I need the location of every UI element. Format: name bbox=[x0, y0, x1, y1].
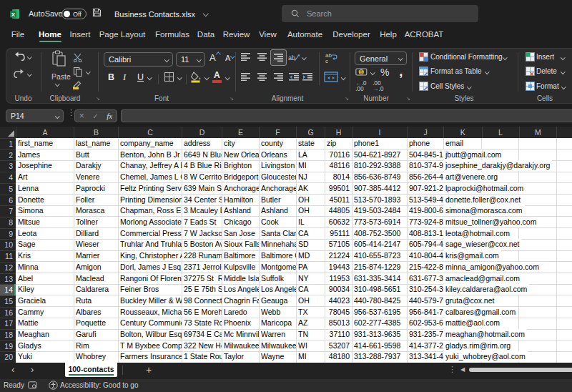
cell[interactable]: 440-579-7763 bbox=[407, 295, 443, 307]
cell[interactable]: Minnehaha bbox=[259, 239, 296, 250]
accounting-chevron-icon[interactable] bbox=[370, 70, 375, 74]
cell-header-last_name[interactable]: last_name bbox=[74, 138, 118, 150]
font-color-chevron-icon[interactable] bbox=[225, 75, 230, 79]
font-launcher-icon[interactable]: ↘ bbox=[230, 96, 235, 102]
cell[interactable]: James bbox=[16, 150, 74, 161]
cell[interactable]: Rangoni Of Florence bbox=[118, 273, 182, 285]
cell[interactable]: gruta@cox.net bbox=[443, 295, 482, 307]
cell[interactable]: Morasca bbox=[74, 205, 118, 217]
cell[interactable]: Chanay, Jeffrey A Esq bbox=[118, 160, 182, 172]
cell[interactable]: Art bbox=[16, 172, 74, 183]
comma-style-button[interactable]: , bbox=[399, 63, 403, 79]
cell[interactable]: Bridgeport bbox=[222, 172, 259, 183]
cell[interactable]: 956-537-6195 bbox=[352, 307, 407, 318]
column-header-D[interactable]: D bbox=[182, 127, 222, 138]
cell[interactable]: 6649 N Blue Gum St bbox=[182, 150, 222, 161]
cell[interactable]: Buckley Miller & Wright bbox=[118, 295, 182, 307]
cell[interactable]: Ashland bbox=[259, 205, 296, 217]
cell[interactable]: Venere bbox=[74, 172, 118, 183]
cell[interactable]: Wieser bbox=[74, 239, 118, 250]
cell[interactable]: Milwaukee bbox=[259, 340, 296, 352]
add-sheet-button[interactable]: + bbox=[146, 364, 152, 376]
cell[interactable]: Century Communications bbox=[118, 318, 182, 329]
row-header-14[interactable]: 14 bbox=[0, 284, 16, 295]
cell[interactable]: Webb bbox=[259, 307, 296, 318]
redo-icon[interactable] bbox=[14, 69, 25, 78]
cell[interactable]: 602-953-6360 bbox=[407, 318, 443, 329]
cell[interactable]: Dorl, James J Esq bbox=[118, 262, 182, 273]
alignment-launcher-icon[interactable]: ↘ bbox=[345, 96, 350, 102]
cell[interactable]: 856-636-8749 bbox=[352, 172, 407, 183]
cell[interactable]: Wayne bbox=[259, 351, 296, 363]
select-all-corner[interactable] bbox=[0, 127, 16, 138]
cell-header-state[interactable]: state bbox=[296, 138, 325, 150]
cell[interactable]: 313-341-4470 bbox=[407, 351, 443, 363]
cell[interactable]: 57105 bbox=[325, 239, 352, 250]
cell[interactable]: leota@hotmail.com bbox=[443, 228, 482, 240]
cell[interactable]: 322 New Horizon Blvd bbox=[182, 340, 222, 352]
ribbon-tab-home[interactable]: Home bbox=[39, 30, 61, 39]
paste-chevron-icon[interactable] bbox=[55, 82, 59, 86]
cell[interactable]: Ruta bbox=[74, 295, 118, 307]
row-header-6[interactable]: 6 bbox=[0, 195, 16, 206]
align-top-icon[interactable] bbox=[241, 53, 250, 61]
increase-decimal-button[interactable]: ←.0.00 bbox=[355, 80, 367, 92]
wrap-text-icon[interactable]: ab c bbox=[325, 52, 337, 63]
cell[interactable]: Geauga bbox=[259, 295, 296, 307]
cell[interactable]: 310-254-3084 bbox=[407, 284, 443, 295]
cell[interactable]: 410-655-8723 bbox=[352, 250, 407, 262]
align-bottom-selected-box[interactable] bbox=[270, 49, 287, 66]
cell[interactable]: Josephine bbox=[16, 160, 74, 172]
enter-icon[interactable]: ✓ bbox=[92, 112, 98, 120]
cell[interactable]: 78045 bbox=[325, 307, 352, 318]
cell[interactable]: 3 Mcauley Dr bbox=[182, 205, 222, 217]
cell[interactable]: Paprocki bbox=[74, 183, 118, 195]
cell[interactable]: 56 E Morehead St bbox=[182, 307, 222, 318]
copy-chevron-icon[interactable] bbox=[86, 69, 90, 74]
column-header-E[interactable]: E bbox=[222, 127, 259, 138]
cell[interactable]: 408-752-3500 bbox=[352, 228, 407, 240]
cell[interactable]: Benton, John B Jr bbox=[118, 150, 182, 161]
cell[interactable]: Chicago bbox=[222, 217, 259, 228]
cell[interactable]: Tollner bbox=[74, 217, 118, 228]
column-header-B[interactable]: B bbox=[74, 127, 118, 138]
cell[interactable]: 44023 bbox=[325, 295, 352, 307]
cell[interactable]: 810-374-9840 bbox=[407, 160, 443, 172]
increase-font-size-button[interactable]: A bbox=[209, 52, 220, 63]
cell[interactable]: josephine_darakjy@darakjy.org bbox=[443, 160, 482, 172]
cell[interactable]: jbutt@gmail.com bbox=[443, 150, 482, 161]
cell-styles-button[interactable]: Cell Styles bbox=[430, 82, 464, 90]
row-header-12[interactable]: 12 bbox=[0, 262, 16, 273]
cell[interactable]: 98 Connecticut Ave Nw bbox=[182, 295, 222, 307]
cut-icon[interactable] bbox=[73, 53, 82, 62]
document-title[interactable]: Business Contacts.xlsx bbox=[114, 10, 195, 19]
column-header-M[interactable]: M bbox=[519, 127, 557, 138]
cell[interactable]: Kulpsville bbox=[222, 262, 259, 273]
cell[interactable]: Mattie bbox=[16, 318, 74, 329]
cell[interactable]: kris@gmail.com bbox=[443, 250, 482, 262]
cell[interactable]: Cammy bbox=[16, 307, 74, 318]
undo-chevron-icon[interactable] bbox=[27, 54, 31, 59]
row-header-4[interactable]: 4 bbox=[0, 172, 16, 183]
format-as-table-button[interactable]: Format as Table bbox=[430, 67, 482, 75]
cell[interactable]: 810-292-9388 bbox=[352, 160, 407, 172]
cell[interactable]: 7 Eads St bbox=[182, 217, 222, 228]
cell[interactable]: Truhlar And Truhlar Attys bbox=[118, 239, 182, 250]
decrease-font-size-button[interactable]: A bbox=[225, 54, 235, 62]
cell[interactable]: 773-924-8565 bbox=[407, 217, 443, 228]
cell[interactable]: 408-813-1105 bbox=[407, 228, 443, 240]
cell-header-phone[interactable]: phone bbox=[407, 138, 443, 150]
column-header-F[interactable]: F bbox=[259, 127, 296, 138]
cell-styles-icon[interactable] bbox=[419, 82, 428, 91]
cell[interactable]: WI bbox=[296, 340, 325, 352]
cell[interactable]: 44805 bbox=[325, 205, 352, 217]
cell-header-phone1[interactable]: phone1 bbox=[352, 138, 407, 150]
next-sheet-arrow-icon[interactable]: › bbox=[31, 364, 34, 375]
cell[interactable]: Meaghan bbox=[16, 329, 74, 340]
cell[interactable]: 419-503-2484 bbox=[352, 205, 407, 217]
insert-cells-button[interactable]: Insert bbox=[536, 53, 554, 61]
cell[interactable]: Baltimore City bbox=[259, 250, 296, 262]
cell[interactable]: T M Byxbee Company Pc bbox=[118, 340, 182, 352]
merge-center-chevron-icon[interactable] bbox=[341, 75, 345, 79]
cell[interactable]: Donette bbox=[16, 195, 74, 206]
